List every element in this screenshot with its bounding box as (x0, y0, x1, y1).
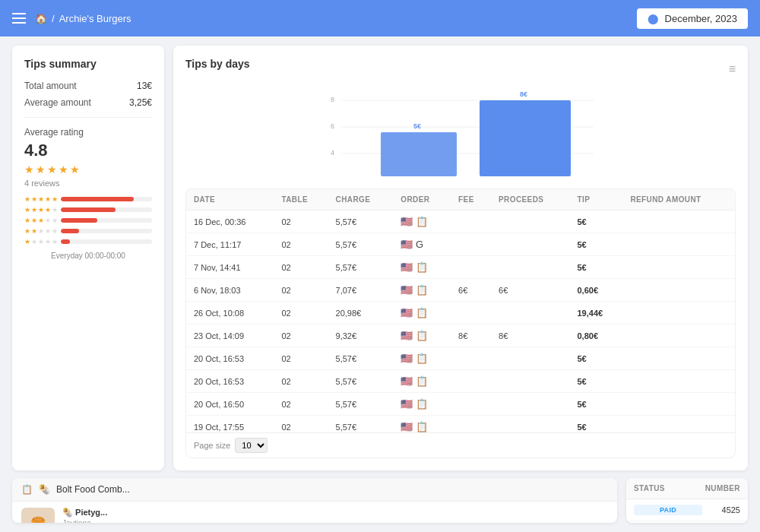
star-1: ★ (24, 163, 34, 176)
cell-charge: 5,57€ (328, 370, 394, 393)
tips-table: DATE TABLE CHARGE ORDER FEE PROCEEDS TIP… (185, 188, 736, 458)
cell-table: 02 (274, 347, 328, 370)
cell-proceeds (491, 370, 569, 393)
col-refund: REFUND AMOUNT (622, 189, 735, 211)
table-row[interactable]: 19 Oct, 17:55 02 5,57€ 🇺🇸 📋 5€ (186, 416, 735, 433)
cell-fee (451, 393, 491, 416)
tips-chart: 8 6 4 5€ 8€ (185, 87, 736, 185)
page-size-label: Page size (194, 441, 230, 450)
col-tip: TIP (569, 189, 622, 211)
order-info: 🌯 Pietyg... Jautiena, ... Pastatraukos g… (62, 508, 608, 523)
cell-proceeds (491, 256, 569, 279)
table-row[interactable]: 26 Oct, 10:08 02 20,98€ 🇺🇸 📋 19,44€ (186, 302, 735, 325)
cell-table: 02 (274, 370, 328, 393)
date-label: December, 2023 (665, 13, 737, 24)
orders-section: 📋 🌯 Bolt Food Comb... 🍔 🌯 Pietyg... Jaut… (12, 478, 617, 523)
cell-tip: 5€ (569, 233, 622, 256)
cell-table: 02 (274, 325, 328, 347)
table-row[interactable]: 20 Oct, 16:53 02 5,57€ 🇺🇸 📋 5€ (186, 370, 735, 393)
order-item[interactable]: 🍔 🌯 Pietyg... Jautiena, ... Pastatraukos… (12, 502, 617, 523)
cell-date: 6 Nov, 18:03 (186, 279, 274, 302)
status-col-header: STATUS (634, 484, 702, 492)
cell-date: 20 Oct, 16:50 (186, 393, 274, 416)
cell-proceeds (491, 393, 569, 416)
cell-refund (622, 416, 735, 433)
table-row[interactable]: 20 Oct, 16:53 02 5,57€ 🇺🇸 📋 5€ (186, 347, 735, 370)
cell-order: 🇺🇸 📋 (393, 302, 451, 325)
cell-date: 7 Nov, 14:41 (186, 256, 274, 279)
cell-order: 🇺🇸 G (393, 233, 451, 256)
cell-proceeds: 8€ (491, 325, 569, 347)
cell-refund (622, 211, 735, 233)
cell-refund (622, 279, 735, 302)
cell-order: 🇺🇸 📋 (393, 256, 451, 279)
order-thumbnail: 🍔 (21, 508, 55, 523)
rating-stars: ★ ★ ★ ★ ★ (24, 163, 152, 176)
cell-table: 02 (274, 416, 328, 433)
table-header-row: DATE TABLE CHARGE ORDER FEE PROCEEDS TIP… (186, 189, 735, 211)
status-table-section: STATUS NUMBER PAID 4525 PAID 7947 COMPLE… (626, 478, 748, 523)
cell-charge: 5,57€ (328, 416, 394, 433)
cell-fee (451, 256, 491, 279)
orders-header: 📋 🌯 Bolt Food Comb... (12, 478, 617, 502)
avg-rating-label: Average rating (24, 127, 152, 138)
cell-refund (622, 347, 735, 370)
cell-refund (622, 393, 735, 416)
cell-fee (451, 233, 491, 256)
cell-fee (451, 370, 491, 393)
star-2: ★ (36, 163, 46, 176)
cell-fee (451, 302, 491, 325)
svg-text:5€: 5€ (413, 122, 421, 130)
cell-date: 20 Oct, 16:53 (186, 347, 274, 370)
cell-proceeds: 6€ (491, 279, 569, 302)
cell-charge: 9,32€ (328, 325, 394, 347)
page-size-select[interactable]: 10 25 50 (235, 438, 268, 453)
average-amount-label: Average amount (24, 97, 91, 108)
svg-text:8: 8 (331, 96, 334, 103)
home-icon[interactable]: 🏠 (35, 13, 47, 24)
cell-order: 🇺🇸 📋 (393, 347, 451, 370)
cell-charge: 5,57€ (328, 393, 394, 416)
cell-order: 🇺🇸 📋 (393, 211, 451, 233)
number-col-header: NUMBER (702, 484, 740, 492)
cell-order: 🇺🇸 📋 (393, 416, 451, 433)
table-row[interactable]: 7 Nov, 14:41 02 5,57€ 🇺🇸 📋 5€ (186, 256, 735, 279)
restaurant-name: Archie's Burgers (59, 13, 131, 24)
orders-header-emoji: 🌯 (39, 484, 50, 495)
table-row[interactable]: 6 Nov, 18:03 02 7,07€ 🇺🇸 📋 6€ 6€ 0,60€ (186, 279, 735, 302)
cell-date: 7 Dec, 11:17 (186, 233, 274, 256)
cell-charge: 7,07€ (328, 279, 394, 302)
status-row: PAID 7947 (626, 521, 748, 523)
table-row[interactable]: 20 Oct, 16:50 02 5,57€ 🇺🇸 📋 5€ (186, 393, 735, 416)
cell-proceeds (491, 347, 569, 370)
tips-by-days-card: Tips by days ≡ 8 6 4 5 (173, 46, 748, 470)
cell-tip: 5€ (569, 416, 622, 433)
table-row[interactable]: 7 Dec, 11:17 02 5,57€ 🇺🇸 G 5€ (186, 233, 735, 256)
col-date: DATE (186, 189, 274, 211)
cell-date: 16 Dec, 00:36 (186, 211, 274, 233)
star-4: ★ (59, 163, 68, 176)
cell-table: 02 (274, 233, 328, 256)
filter-icon: ⬤ (648, 13, 659, 24)
total-amount-label: Total amount (24, 81, 77, 91)
table-row[interactable]: 23 Oct, 14:09 02 9,32€ 🇺🇸 📋 8€ 8€ 0,80€ (186, 325, 735, 347)
bar-row-2: ★★★★★ (24, 227, 152, 235)
col-table: TABLE (274, 189, 328, 211)
table-row[interactable]: 16 Dec, 00:36 02 5,57€ 🇺🇸 📋 5€ (186, 211, 735, 233)
date-filter-button[interactable]: ⬤ December, 2023 (637, 8, 748, 29)
svg-text:4: 4 (331, 149, 334, 157)
star-5: ★ (70, 163, 80, 176)
cell-charge: 20,98€ (328, 302, 394, 325)
col-fee: FEE (451, 189, 491, 211)
avg-rating-value: 4.8 (24, 141, 152, 160)
menu-icon[interactable] (12, 13, 26, 24)
status-table-header: STATUS NUMBER (626, 478, 748, 499)
status-rows: PAID 4525 PAID 7947 COMPLETED 8412 DECLI… (626, 499, 748, 523)
tips-by-days-title: Tips by days (185, 58, 250, 70)
cell-table: 02 (274, 279, 328, 302)
orders-list: 🍔 🌯 Pietyg... Jautiena, ... Pastatraukos… (12, 502, 617, 523)
chart-menu-icon[interactable]: ≡ (729, 62, 736, 76)
cell-order: 🇺🇸 📋 (393, 325, 451, 347)
cell-tip: 5€ (569, 347, 622, 370)
star-3: ★ (47, 163, 57, 176)
